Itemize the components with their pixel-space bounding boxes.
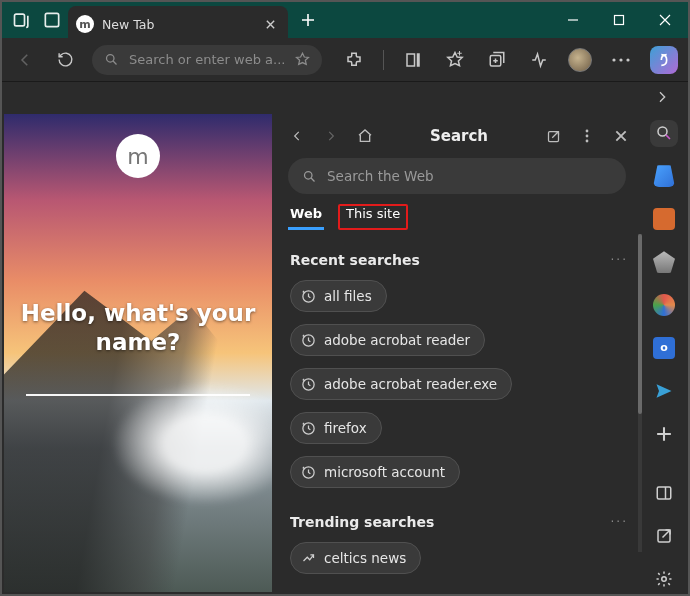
address-bar-placeholder: Search or enter web a... bbox=[129, 52, 285, 67]
profile-bubble[interactable]: m bbox=[116, 134, 160, 178]
greeting-text: Hello, what's your name? bbox=[4, 299, 272, 357]
panel-title: Search bbox=[388, 127, 530, 145]
svg-point-6 bbox=[619, 58, 622, 61]
tab-actions-icon[interactable] bbox=[42, 10, 62, 30]
recent-search-chip[interactable]: all files bbox=[290, 280, 387, 312]
favorite-star-icon[interactable] bbox=[295, 52, 310, 67]
trending-searches-list: celtics news bbox=[290, 542, 628, 574]
panel-icon[interactable] bbox=[650, 479, 678, 506]
browser-tab[interactable]: m New Tab bbox=[68, 6, 288, 42]
back-button[interactable] bbox=[12, 47, 38, 73]
performance-button[interactable] bbox=[526, 47, 552, 73]
toolbar: Search or enter web a... bbox=[2, 38, 688, 82]
trending-more-button[interactable]: ··· bbox=[611, 515, 628, 529]
panel-more-icon[interactable] bbox=[576, 129, 598, 143]
close-window-button[interactable] bbox=[642, 2, 688, 38]
svg-rect-2 bbox=[615, 16, 624, 25]
recent-searches-title: Recent searches bbox=[290, 252, 420, 268]
svg-point-18 bbox=[658, 127, 667, 136]
extensions-button[interactable] bbox=[341, 47, 367, 73]
tab-favicon: m bbox=[76, 15, 94, 33]
recent-search-chip[interactable]: adobe acrobat reader.exe bbox=[290, 368, 512, 400]
recent-searches-list: all files adobe acrobat reader adobe acr… bbox=[290, 280, 628, 488]
panel-header: Search bbox=[286, 118, 632, 154]
svg-point-12 bbox=[305, 171, 313, 179]
panel-forward-button[interactable] bbox=[320, 129, 342, 143]
read-aloud-button[interactable] bbox=[400, 47, 426, 73]
toolbox-icon[interactable] bbox=[650, 206, 678, 233]
recent-search-chip[interactable]: adobe acrobat reader bbox=[290, 324, 485, 356]
tab-web[interactable]: Web bbox=[288, 204, 324, 230]
close-tab-button[interactable] bbox=[265, 19, 276, 30]
chip-label: celtics news bbox=[324, 550, 406, 566]
add-icon[interactable] bbox=[650, 420, 678, 447]
maximize-button[interactable] bbox=[596, 2, 642, 38]
more-menu-button[interactable] bbox=[608, 47, 634, 73]
titlebar-left bbox=[2, 2, 62, 38]
bing-search-icon[interactable] bbox=[650, 120, 678, 147]
panel-tabs: Web This site bbox=[286, 204, 632, 238]
panel-scrollbar[interactable] bbox=[638, 234, 642, 552]
recent-more-button[interactable]: ··· bbox=[611, 253, 628, 267]
minimize-button[interactable] bbox=[550, 2, 596, 38]
newtab-content: m Hello, what's your name? bbox=[4, 114, 272, 592]
search-panel: Search Search the Web Web This bbox=[272, 114, 642, 592]
svg-point-5 bbox=[612, 58, 615, 61]
chip-label: microsoft account bbox=[324, 464, 445, 480]
copilot-button[interactable] bbox=[650, 46, 678, 74]
profile-avatar[interactable] bbox=[568, 48, 592, 72]
trending-searches-title: Trending searches bbox=[290, 514, 434, 530]
workspaces-icon[interactable] bbox=[12, 10, 32, 30]
recent-search-chip[interactable]: firefox bbox=[290, 412, 382, 444]
svg-rect-1 bbox=[45, 13, 58, 26]
trending-searches-section: Trending searches ··· celtics news bbox=[290, 514, 628, 574]
m365-icon[interactable] bbox=[650, 292, 678, 319]
tab-title: New Tab bbox=[102, 17, 257, 32]
search-icon bbox=[302, 169, 317, 184]
svg-point-10 bbox=[586, 135, 589, 138]
panel-search-placeholder: Search the Web bbox=[327, 168, 434, 184]
panel-home-button[interactable] bbox=[354, 128, 376, 144]
window-root: m New Tab bbox=[0, 0, 690, 596]
sidebar-strip: o bbox=[642, 114, 686, 592]
collections-button[interactable] bbox=[484, 47, 510, 73]
svg-point-21 bbox=[662, 576, 667, 581]
svg-point-3 bbox=[107, 55, 115, 63]
secondary-bar bbox=[2, 82, 688, 112]
search-icon bbox=[104, 52, 119, 67]
new-tab-button[interactable] bbox=[292, 2, 324, 38]
chip-label: adobe acrobat reader bbox=[324, 332, 470, 348]
close-panel-button[interactable] bbox=[610, 129, 632, 143]
settings-gear-icon[interactable] bbox=[650, 565, 678, 592]
panel-scrollbar-thumb[interactable] bbox=[638, 234, 642, 414]
name-input-underline[interactable] bbox=[26, 394, 250, 396]
window-controls bbox=[550, 2, 688, 38]
outlook-icon[interactable]: o bbox=[650, 335, 678, 362]
chip-label: firefox bbox=[324, 420, 367, 436]
main-area: m Hello, what's your name? Search bbox=[4, 114, 686, 592]
tab-this-site[interactable]: This site bbox=[338, 204, 408, 230]
panel-search-input[interactable]: Search the Web bbox=[288, 158, 626, 194]
open-external-icon[interactable] bbox=[542, 129, 564, 144]
address-bar[interactable]: Search or enter web a... bbox=[92, 45, 322, 75]
titlebar: m New Tab bbox=[2, 2, 688, 38]
svg-rect-19 bbox=[657, 487, 671, 499]
svg-rect-0 bbox=[15, 14, 25, 26]
svg-point-9 bbox=[586, 130, 589, 133]
recent-searches-section: Recent searches ··· all files adobe acro… bbox=[290, 252, 628, 488]
chevron-right-icon[interactable] bbox=[654, 89, 670, 105]
toolbar-right bbox=[341, 46, 678, 74]
panel-back-button[interactable] bbox=[286, 129, 308, 143]
svg-point-7 bbox=[626, 58, 629, 61]
games-icon[interactable] bbox=[650, 249, 678, 276]
chip-label: all files bbox=[324, 288, 372, 304]
favorites-button[interactable] bbox=[442, 47, 468, 73]
external-icon[interactable] bbox=[650, 522, 678, 549]
trending-search-chip[interactable]: celtics news bbox=[290, 542, 421, 574]
shopping-icon[interactable] bbox=[650, 163, 678, 190]
send-icon[interactable] bbox=[650, 377, 678, 404]
chip-label: adobe acrobat reader.exe bbox=[324, 376, 497, 392]
svg-point-11 bbox=[586, 140, 589, 143]
recent-search-chip[interactable]: microsoft account bbox=[290, 456, 460, 488]
refresh-button[interactable] bbox=[52, 47, 78, 73]
